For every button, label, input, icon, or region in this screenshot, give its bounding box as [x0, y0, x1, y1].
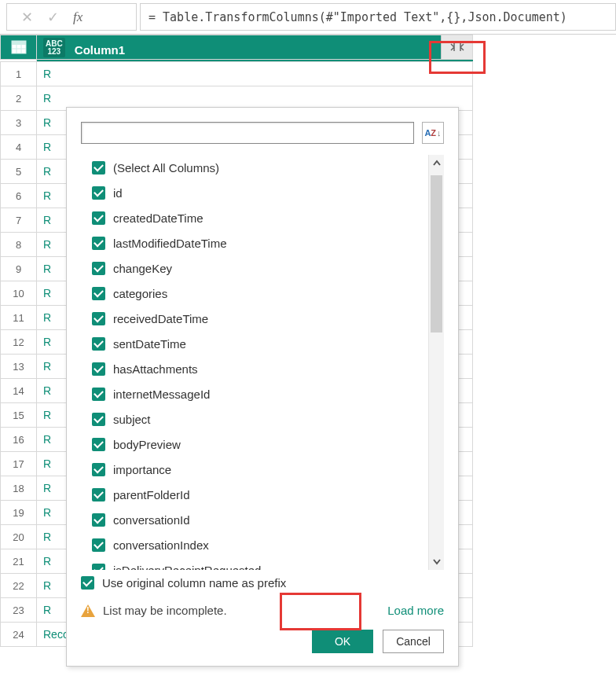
column-option-checkbox[interactable]: [92, 262, 105, 275]
column-option[interactable]: changeKey: [92, 255, 428, 281]
expand-column-button[interactable]: [441, 35, 472, 59]
confirm-formula-icon[interactable]: ✓: [47, 9, 59, 26]
column-search-input[interactable]: [81, 122, 414, 144]
column-option-label: changeKey: [113, 262, 172, 275]
row-number[interactable]: 10: [1, 281, 37, 306]
formula-actions: ✕ ✓ fx: [6, 3, 137, 31]
column-option-label: sentDateTime: [113, 337, 186, 351]
formula-input[interactable]: = Table.TransformColumns(#"Imported Text…: [140, 3, 616, 31]
data-grid: ABC123 Column1 1R2R3R4R5R6R7R8R9R10R11R1…: [0, 35, 616, 647]
row-number[interactable]: 3: [1, 111, 37, 135]
column-option[interactable]: lastModifiedDateTime: [92, 230, 428, 255]
row-number[interactable]: 19: [1, 501, 37, 525]
column-option[interactable]: conversationIndex: [92, 532, 428, 557]
column-option[interactable]: categories: [92, 281, 428, 306]
column-option-checkbox[interactable]: [92, 312, 105, 325]
column-option-checkbox[interactable]: [92, 186, 105, 200]
sort-columns-button[interactable]: AZ↓: [422, 122, 444, 144]
column-option-checkbox[interactable]: [92, 513, 105, 527]
row-number[interactable]: 14: [1, 379, 37, 403]
row-number[interactable]: 21: [1, 549, 37, 574]
column-option[interactable]: isDeliveryReceiptRequested: [92, 557, 428, 570]
column-option-checkbox[interactable]: [92, 161, 105, 175]
row-number[interactable]: 1: [1, 62, 37, 86]
warning-text: List may be incomplete.: [103, 604, 227, 617]
row-number[interactable]: 15: [1, 403, 37, 428]
column-option-checkbox[interactable]: [92, 538, 105, 552]
row-number[interactable]: 18: [1, 476, 37, 501]
column-option[interactable]: bodyPreview: [92, 432, 428, 457]
row-number[interactable]: 9: [1, 257, 37, 281]
row-number[interactable]: 17: [1, 452, 37, 476]
row-number[interactable]: 22: [1, 574, 37, 598]
row-number[interactable]: 6: [1, 184, 37, 208]
column-option-checkbox[interactable]: [92, 337, 105, 351]
column-option[interactable]: subject: [92, 406, 428, 432]
row-number[interactable]: 23: [1, 598, 37, 623]
cancel-button[interactable]: Cancel: [383, 630, 444, 653]
expand-columns-popup: AZ↓ (Select All Columns)idcreatedDateTim…: [66, 107, 459, 667]
column-option-checkbox[interactable]: [92, 488, 105, 501]
column-option[interactable]: createdDateTime: [92, 205, 428, 230]
column-option[interactable]: importance: [92, 457, 428, 482]
column-option-checkbox[interactable]: [92, 438, 105, 451]
scroll-down-icon[interactable]: [429, 553, 444, 570]
column-option-checkbox[interactable]: [92, 362, 105, 376]
column-option[interactable]: hasAttachments: [92, 356, 428, 381]
column-option-label: conversationIndex: [113, 538, 209, 552]
cell-value[interactable]: R: [37, 62, 473, 86]
scroll-thumb[interactable]: [431, 175, 442, 332]
column-option-label: createdDateTime: [113, 211, 204, 225]
row-number[interactable]: 12: [1, 330, 37, 355]
column-option-label: id: [113, 186, 123, 200]
column-option[interactable]: conversationId: [92, 507, 428, 532]
column-option[interactable]: id: [92, 180, 428, 205]
row-number[interactable]: 7: [1, 208, 37, 233]
use-prefix-checkbox[interactable]: [81, 576, 94, 590]
row-number[interactable]: 16: [1, 428, 37, 452]
column-option-checkbox[interactable]: [92, 237, 105, 250]
ok-button[interactable]: OK: [312, 630, 373, 653]
column-option[interactable]: sentDateTime: [92, 331, 428, 356]
column-option-checkbox[interactable]: [92, 564, 105, 571]
column-option-label: subject: [113, 413, 151, 426]
row-number[interactable]: 5: [1, 160, 37, 184]
column-option-label: parentFolderId: [113, 488, 190, 501]
row-number[interactable]: 24: [1, 623, 37, 647]
column-option-checkbox[interactable]: [92, 287, 105, 300]
table-icon: [11, 40, 27, 54]
column-option-checkbox[interactable]: [92, 388, 105, 401]
use-prefix-row: Use original column name as prefix: [81, 576, 444, 590]
column-option-label: lastModifiedDateTime: [113, 237, 227, 250]
column-list[interactable]: (Select All Columns)idcreatedDateTimelas…: [81, 155, 428, 570]
row-number[interactable]: 20: [1, 525, 37, 549]
column-option-label: bodyPreview: [113, 438, 181, 451]
row-number[interactable]: 4: [1, 135, 37, 160]
column-header-label: Column1: [75, 43, 125, 57]
row-number[interactable]: 2: [1, 86, 37, 111]
column-option-label: isDeliveryReceiptRequested: [113, 564, 261, 571]
column-option-label: conversationId: [113, 513, 190, 527]
column-option[interactable]: parentFolderId: [92, 482, 428, 507]
scroll-up-icon[interactable]: [429, 155, 444, 172]
column-option[interactable]: internetMessageId: [92, 381, 428, 406]
column-option-checkbox[interactable]: [92, 211, 105, 225]
warning-icon: [81, 604, 95, 617]
row-number[interactable]: 11: [1, 306, 37, 330]
row-number[interactable]: 13: [1, 355, 37, 379]
load-more-link[interactable]: Load more: [387, 604, 444, 617]
cancel-formula-icon[interactable]: ✕: [21, 9, 33, 26]
row-number[interactable]: 8: [1, 233, 37, 257]
column-option[interactable]: (Select All Columns): [92, 155, 428, 180]
column-option-label: internetMessageId: [113, 388, 210, 401]
column-option-label: hasAttachments: [113, 362, 198, 376]
column-option[interactable]: receivedDateTime: [92, 306, 428, 331]
select-all-corner[interactable]: [1, 35, 37, 60]
svg-rect-1: [12, 41, 26, 45]
column-header-column1[interactable]: ABC123 Column1: [37, 35, 473, 60]
column-option-checkbox[interactable]: [92, 413, 105, 426]
column-option-checkbox[interactable]: [92, 463, 105, 476]
use-prefix-label: Use original column name as prefix: [102, 576, 286, 590]
column-list-scrollbar[interactable]: [428, 155, 444, 570]
column-option-label: receivedDateTime: [113, 312, 208, 325]
